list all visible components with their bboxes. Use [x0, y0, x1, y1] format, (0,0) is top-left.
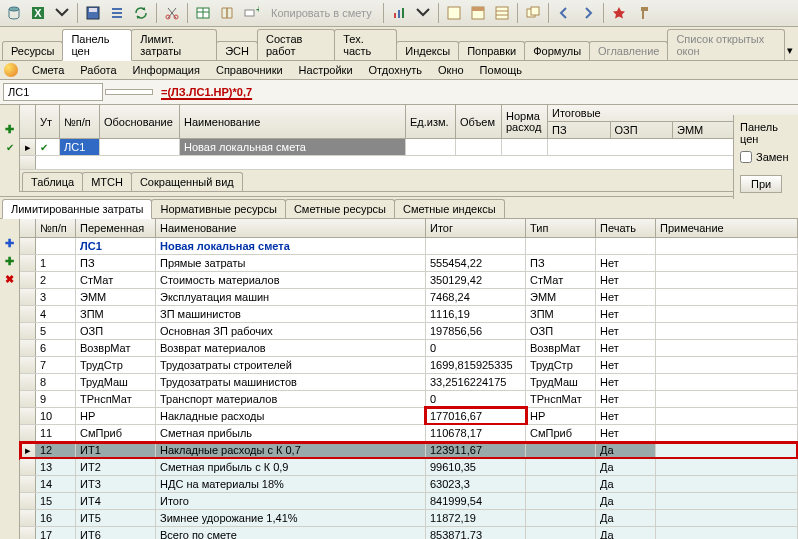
ribbon-tab[interactable]: Формулы — [524, 41, 590, 60]
col2-name[interactable]: Наименование — [156, 219, 426, 237]
menu-item[interactable]: Информация — [125, 61, 208, 79]
apply-button[interactable]: При — [740, 175, 782, 193]
dup-icon[interactable] — [522, 2, 544, 24]
hammer-icon[interactable] — [632, 2, 654, 24]
menu-item[interactable]: Настройки — [291, 61, 361, 79]
cost-tab[interactable]: Нормативные ресурсы — [151, 199, 285, 218]
col-basis[interactable]: Обоснование — [100, 105, 180, 138]
cost-row[interactable]: 4ЗПМЗП машинистов1116,19ЗПМНет — [20, 306, 798, 323]
svg-rect-19 — [641, 7, 648, 11]
ribbon-tabs: РесурсыПанель ценЛимит. затратыЭСНСостав… — [0, 27, 798, 61]
ribbon-tab[interactable]: Поправки — [458, 41, 525, 60]
replace-checkbox[interactable]: Замен — [740, 151, 792, 163]
cost-row[interactable]: 9ТРнспМатТранспорт материалов0ТРнспМатНе… — [20, 391, 798, 408]
ribbon-tab[interactable]: Ресурсы — [2, 41, 63, 60]
ribbon-tab[interactable]: ЭСН — [216, 41, 258, 60]
ribbon-tab[interactable]: Оглавление — [589, 41, 668, 60]
cost-row[interactable]: 15ИТ4Итого841999,54Да — [20, 493, 798, 510]
menu-item[interactable]: Работа — [72, 61, 124, 79]
save-icon[interactable] — [82, 2, 104, 24]
col-ut[interactable]: Ут — [36, 105, 60, 138]
menu-item[interactable]: Справочники — [208, 61, 291, 79]
cost-row[interactable]: 17ИТ6Всего по смете853871,73Да — [20, 527, 798, 539]
dropdown-arrow-icon-2[interactable] — [412, 2, 434, 24]
cost-row[interactable]: 1ПЗПрямые затраты555454,22ПЗНет — [20, 255, 798, 272]
panel1-icon[interactable] — [443, 2, 465, 24]
svg-text:X: X — [34, 7, 42, 19]
svg-rect-10 — [394, 13, 396, 18]
table-icon[interactable] — [192, 2, 214, 24]
col-ozp[interactable]: ОЗП — [611, 122, 674, 138]
col-emm[interactable]: ЭММ — [673, 122, 736, 138]
bottom-grid-header: №п/п Переменная Наименование Итог Тип Пе… — [20, 219, 798, 238]
excel-icon[interactable]: X — [27, 2, 49, 24]
cost-row[interactable]: 7ТрудСтрТрудозатраты строителей1699,8159… — [20, 357, 798, 374]
menu-item[interactable]: Смета — [24, 61, 72, 79]
top-grid-row[interactable]: ▸ ✔ ЛС1 Новая локальная смета — [20, 139, 798, 156]
book-icon[interactable] — [216, 2, 238, 24]
cost-row[interactable]: 5ОЗПОсновная ЗП рабочих197856,56ОЗПНет — [20, 323, 798, 340]
bottom-view-tabs: ТаблицаМТСНСокращенный вид — [20, 170, 798, 192]
cost-tab[interactable]: Сметные ресурсы — [285, 199, 395, 218]
cost-row[interactable]: 10НРНакладные расходы177016,67НРНет — [20, 408, 798, 425]
col2-print[interactable]: Печать — [596, 219, 656, 237]
cost-row[interactable]: 2СтМатСтоимость материалов350129,42СтМат… — [20, 272, 798, 289]
col2-var[interactable]: Переменная — [76, 219, 156, 237]
view-tab[interactable]: МТСН — [82, 172, 132, 191]
cell-name-box[interactable]: ЛС1 — [3, 83, 103, 101]
ribbon-tab[interactable]: Тех. часть — [334, 29, 397, 60]
star-icon[interactable] — [608, 2, 630, 24]
delete-icon[interactable]: ✖ — [2, 271, 18, 287]
chart-icon[interactable] — [388, 2, 410, 24]
cost-row[interactable]: 16ИТ5Зимнее удорожание 1,41%11872,19Да — [20, 510, 798, 527]
ribbon-tab[interactable]: Лимит. затраты — [131, 29, 217, 60]
cost-row[interactable]: 11СмПрибСметная прибыль110678,17СмПрибНе… — [20, 425, 798, 442]
cost-row[interactable]: 3ЭММЭксплуатация машин7468,24ЭММНет — [20, 289, 798, 306]
col2-sum[interactable]: Итог — [426, 219, 526, 237]
right-arrow-icon[interactable] — [577, 2, 599, 24]
db-icon[interactable] — [3, 2, 25, 24]
ribbon-tab[interactable]: Панель цен — [62, 29, 132, 61]
price-panel-title: Панель цен — [740, 121, 792, 145]
col-vol[interactable]: Объем — [456, 105, 502, 138]
cost-row[interactable]: 14ИТ3НДС на материалы 18%63023,3Да — [20, 476, 798, 493]
bottom-grid-title-row[interactable]: ЛС1 Новая локальная смета — [20, 238, 798, 255]
dropdown-arrow-icon[interactable] — [51, 2, 73, 24]
col2-note[interactable]: Примечание — [656, 219, 798, 237]
formula-bar: ЛС1 =(ЛЗ.ЛС1.НР)*0,7 — [0, 80, 798, 105]
refresh-icon[interactable] — [130, 2, 152, 24]
col-npp[interactable]: №п/п — [60, 105, 100, 138]
cost-tab[interactable]: Лимитированные затраты — [2, 199, 152, 219]
cut-icon[interactable] — [161, 2, 183, 24]
col-pz[interactable]: ПЗ — [548, 122, 611, 138]
menu-item[interactable]: Отдохнуть — [361, 61, 431, 79]
top-grid-gutter: ✚ ✔ — [0, 105, 20, 192]
view-tab[interactable]: Сокращенный вид — [131, 172, 243, 191]
col-name[interactable]: Наименование — [180, 105, 406, 138]
ribbon-tab[interactable]: Состав работ — [257, 29, 335, 60]
add-icon[interactable]: ✚ — [2, 235, 18, 251]
cost-row[interactable]: ▸12ИТ1Накладные расходы с К 0,7123911,67… — [20, 442, 798, 459]
ribbon-tab[interactable]: Список открытых окон — [667, 29, 785, 60]
menu-item[interactable]: Помощь — [472, 61, 531, 79]
cost-row[interactable]: 8ТрудМашТрудозатраты машинистов33,251622… — [20, 374, 798, 391]
col2-type[interactable]: Тип — [526, 219, 596, 237]
add-row-icon[interactable]: + — [240, 2, 262, 24]
add-icon[interactable]: ✚ — [2, 121, 18, 137]
pin-icon[interactable]: ✔ — [2, 139, 18, 155]
menu-item[interactable]: Окно — [430, 61, 472, 79]
panel2-icon[interactable] — [467, 2, 489, 24]
cost-row[interactable]: 13ИТ2Сметная прибыль с К 0,999610,35Да — [20, 459, 798, 476]
list-icon[interactable] — [106, 2, 128, 24]
add-green-icon[interactable]: ✚ — [2, 253, 18, 269]
col2-npp[interactable]: №п/п — [36, 219, 76, 237]
ribbon-tab[interactable]: Индексы — [396, 41, 459, 60]
cost-tab[interactable]: Сметные индексы — [394, 199, 505, 218]
col-unit[interactable]: Ед.изм. — [406, 105, 456, 138]
cost-row[interactable]: 6ВозврМатВозврат материалов0ВозврМатНет — [20, 340, 798, 357]
cell-value-box[interactable] — [105, 89, 153, 95]
view-tab[interactable]: Таблица — [22, 172, 83, 191]
left-arrow-icon[interactable] — [553, 2, 575, 24]
panel3-icon[interactable] — [491, 2, 513, 24]
col-norm[interactable]: Норма расход — [502, 105, 548, 138]
